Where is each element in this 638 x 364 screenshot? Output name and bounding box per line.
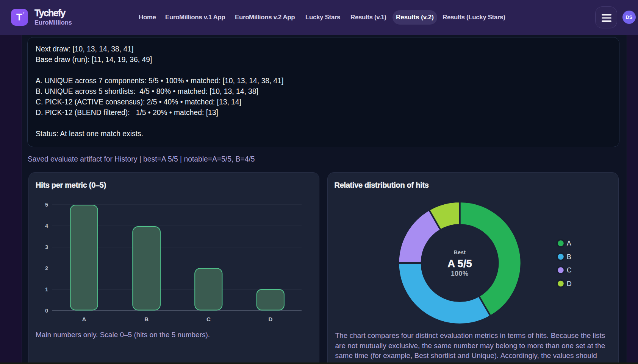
svg-text:D: D [567, 280, 572, 288]
svg-text:A: A [82, 316, 86, 322]
svg-text:A: A [567, 240, 571, 247]
svg-text:100%: 100% [451, 270, 469, 277]
svg-text:5: 5 [45, 202, 48, 208]
svg-text:4: 4 [45, 223, 48, 229]
svg-text:C: C [206, 316, 211, 322]
svg-text:B: B [144, 316, 149, 322]
svg-text:C: C [567, 266, 572, 274]
svg-text:A 5/5: A 5/5 [447, 258, 472, 269]
svg-text:Best: Best [453, 249, 466, 255]
svg-text:B: B [567, 253, 571, 261]
svg-text:1: 1 [45, 286, 48, 292]
svg-text:D: D [268, 316, 272, 322]
svg-text:2: 2 [45, 265, 48, 271]
svg-text:0: 0 [45, 308, 48, 314]
svg-text:3: 3 [45, 244, 48, 250]
